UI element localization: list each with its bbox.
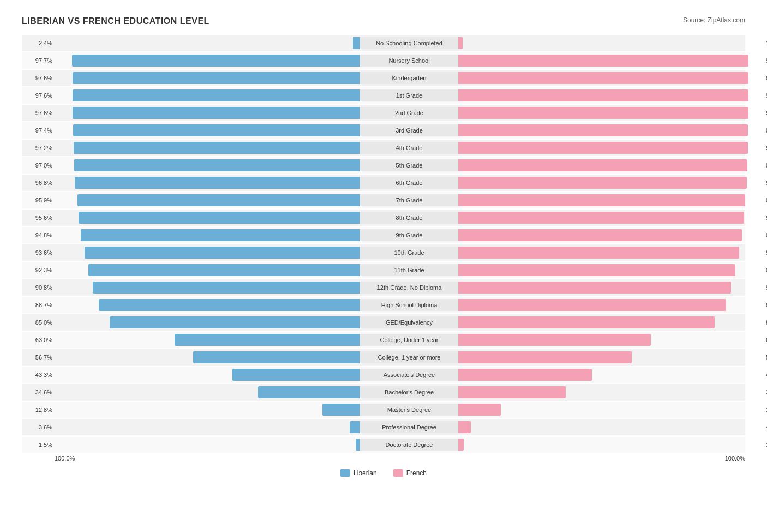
bar-row: 97.0% 5th Grade 98.2%	[22, 157, 745, 174]
legend-item-french: French	[393, 469, 427, 477]
left-bar-container	[55, 55, 360, 67]
chart-source: Source: ZipAtlas.com	[683, 16, 745, 24]
bar-row: 85.0% GED/Equivalency 87.1%	[22, 314, 745, 331]
legend-color-french	[393, 469, 403, 477]
legend-label-french: French	[406, 469, 427, 477]
left-bar-container	[55, 89, 360, 101]
right-value: 58.9%	[764, 354, 767, 361]
left-value: 85.0%	[22, 319, 55, 326]
right-bar	[458, 229, 742, 241]
left-value: 56.7%	[22, 354, 55, 361]
left-bar	[93, 282, 360, 294]
right-value: 1.8%	[764, 441, 767, 448]
right-value: 65.4%	[764, 337, 767, 343]
right-bar-container	[458, 264, 764, 276]
right-value: 14.4%	[764, 407, 767, 413]
bar-label: Bachelor's Degree	[360, 386, 458, 398]
left-value: 43.3%	[22, 372, 55, 378]
right-value: 45.4%	[764, 372, 767, 378]
bar-row: 43.3% Associate's Degree 45.4%	[22, 367, 745, 383]
bar-label: 6th Grade	[360, 177, 458, 189]
left-bar	[74, 159, 360, 171]
bar-label: College, 1 year or more	[360, 351, 458, 363]
bar-row: 94.8% 9th Grade 96.3%	[22, 227, 745, 243]
left-value: 97.6%	[22, 92, 55, 99]
left-bar-container	[55, 282, 360, 294]
bar-label: No Schooling Completed	[360, 37, 458, 49]
left-bar-container	[55, 404, 360, 416]
bar-label: 5th Grade	[360, 159, 458, 171]
bar-row: 3.6% Professional Degree 4.2%	[22, 419, 745, 435]
left-bar-container	[55, 212, 360, 224]
right-bar	[458, 299, 726, 311]
bar-row: 90.8% 12th Grade, No Diploma 92.6%	[22, 279, 745, 296]
right-bar-container	[458, 316, 764, 328]
right-bar	[458, 194, 745, 206]
bar-label: Associate's Degree	[360, 369, 458, 381]
right-value: 98.6%	[764, 57, 767, 64]
bar-label: 12th Grade, No Diploma	[360, 282, 458, 294]
left-bar	[77, 194, 360, 206]
left-bar-container	[55, 124, 360, 136]
left-value: 97.2%	[22, 145, 55, 151]
bar-label: 10th Grade	[360, 247, 458, 259]
left-value: 12.8%	[22, 407, 55, 413]
left-value: 97.6%	[22, 75, 55, 81]
legend-color-liberian	[340, 469, 350, 477]
left-value: 96.8%	[22, 180, 55, 186]
bar-label: 11th Grade	[360, 264, 458, 276]
left-bar	[72, 55, 360, 67]
left-bar-container	[55, 386, 360, 398]
right-bar	[458, 142, 748, 154]
bar-row: 96.8% 6th Grade 98.0%	[22, 175, 745, 191]
right-value: 4.2%	[764, 424, 767, 431]
bar-label: 7th Grade	[360, 194, 458, 206]
right-bar-container	[458, 421, 764, 433]
right-value: 98.6%	[764, 92, 767, 99]
left-bar-container	[55, 316, 360, 328]
right-value: 95.3%	[764, 249, 767, 256]
bar-row: 12.8% Master's Degree 14.4%	[22, 402, 745, 418]
left-bar-container	[55, 264, 360, 276]
right-bar-container	[458, 299, 764, 311]
left-bar	[175, 334, 360, 346]
left-bar-container	[55, 421, 360, 433]
left-value: 97.0%	[22, 162, 55, 169]
bar-row: 95.6% 8th Grade 97.1%	[22, 210, 745, 226]
right-bar-container	[458, 159, 764, 171]
bottom-label-right: 100.0%	[712, 455, 745, 462]
right-bar-container	[458, 282, 764, 294]
left-bar-container	[55, 194, 360, 206]
right-bar-container	[458, 72, 764, 84]
right-bar	[458, 282, 731, 294]
right-bar-container	[458, 124, 764, 136]
left-bar	[74, 142, 360, 154]
left-bar	[73, 89, 360, 101]
right-value: 97.4%	[764, 197, 767, 204]
chart-header: LIBERIAN VS FRENCH EDUCATION LEVEL Sourc…	[22, 16, 745, 26]
left-bar	[356, 439, 360, 451]
right-bar-container	[458, 55, 764, 67]
left-bar-container	[55, 351, 360, 363]
right-value: 87.1%	[764, 319, 767, 326]
bar-row: 97.6% 1st Grade 98.6%	[22, 87, 745, 104]
left-bar-container	[55, 247, 360, 259]
right-bar	[458, 72, 748, 84]
right-value: 98.5%	[764, 110, 767, 116]
left-value: 95.6%	[22, 214, 55, 221]
right-value: 92.6%	[764, 284, 767, 291]
bar-row: 88.7% High School Diploma 91.0%	[22, 297, 745, 313]
left-bar	[322, 404, 360, 416]
bar-row: 1.5% Doctorate Degree 1.8%	[22, 437, 745, 453]
left-bar	[110, 316, 360, 328]
right-value: 98.0%	[764, 180, 767, 186]
bar-label: 9th Grade	[360, 229, 458, 241]
right-bar	[458, 89, 748, 101]
left-bar-container	[55, 229, 360, 241]
left-bar-container	[55, 142, 360, 154]
left-bar	[81, 229, 360, 241]
right-bar	[458, 124, 748, 136]
right-bar	[458, 421, 471, 433]
bar-row: 97.6% 2nd Grade 98.5%	[22, 105, 745, 121]
bottom-label-left: 100.0%	[55, 455, 87, 462]
